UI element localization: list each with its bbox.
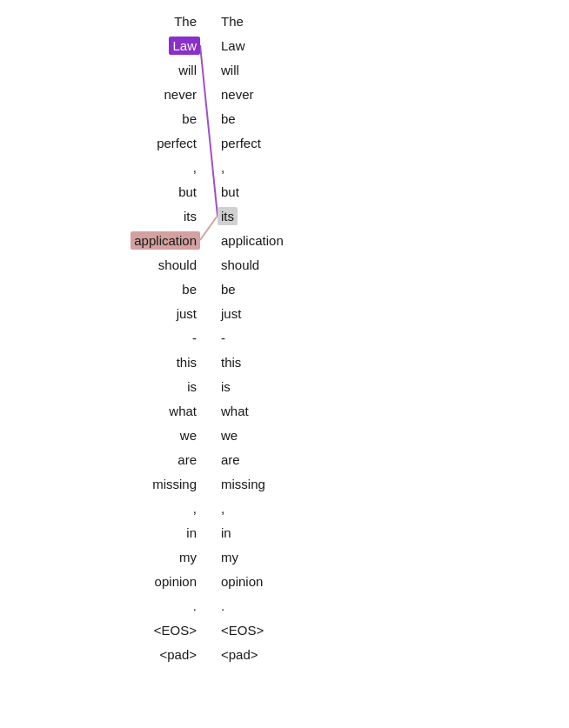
right-column: TheLawwillneverbeperfect,butitsapplicati… (209, 9, 400, 666)
main-container: TheLawwillneverbeperfect,butitsapplicati… (0, 0, 569, 675)
word-row-right: in (218, 520, 400, 544)
word-token-left: be (178, 280, 200, 298)
word-token-right: we (218, 426, 241, 444)
word-row-right: will (218, 57, 400, 82)
word-row-right: its (218, 204, 400, 228)
word-token-left: , (190, 499, 200, 518)
word-row-right: my (218, 544, 400, 569)
word-token-left: application (131, 231, 200, 250)
word-token-right: <EOS> (218, 621, 267, 639)
word-row-left: but (17, 179, 200, 204)
word-row-right: but (218, 179, 400, 204)
word-token-left: we (177, 426, 200, 444)
word-row-right: Law (218, 33, 400, 57)
word-row-left: will (17, 57, 200, 82)
word-token-left: this (173, 353, 200, 371)
word-token-right: missing (218, 475, 269, 493)
word-token-right: but (218, 183, 243, 201)
word-token-right: never (218, 85, 258, 104)
word-row-right: , (218, 496, 400, 520)
word-token-right: . (218, 597, 228, 615)
word-row-right: <EOS> (218, 618, 400, 642)
word-token-left: but (175, 183, 200, 201)
word-row-right: we (218, 423, 400, 447)
word-token-right: - (218, 329, 229, 347)
word-row-left: The (17, 9, 200, 33)
word-token-right: The (218, 12, 247, 30)
word-row-right: never (218, 82, 400, 106)
word-row-left: its (17, 204, 200, 228)
word-token-right: is (218, 377, 234, 396)
word-token-left: its (180, 207, 200, 225)
word-row-right: - (218, 325, 400, 350)
word-token-left: <pad> (156, 645, 200, 664)
word-token-right: its (218, 207, 238, 225)
word-token-left: , (190, 158, 200, 177)
word-row-left: are (17, 447, 200, 471)
word-token-right: perfect (218, 134, 264, 152)
word-token-left: The (171, 12, 200, 30)
word-row-left: we (17, 423, 200, 447)
word-token-right: my (218, 548, 242, 566)
word-row-left: . (17, 593, 200, 618)
word-token-left: missing (149, 475, 200, 493)
word-token-right: , (218, 499, 228, 518)
word-row-right: perfect (218, 130, 400, 155)
word-token-left: perfect (153, 134, 200, 152)
word-token-right: <pad> (218, 645, 262, 664)
word-token-left: - (189, 329, 200, 347)
word-row-left: <pad> (17, 642, 200, 666)
word-row-right: what (218, 398, 400, 423)
word-row-left: this (17, 350, 200, 374)
word-row-left: just (17, 301, 200, 325)
word-token-right: this (218, 353, 244, 371)
word-row-right: application (218, 228, 400, 252)
left-column: TheLawwillneverbeperfect,butitsapplicati… (17, 9, 209, 666)
word-token-right: be (218, 110, 239, 128)
word-token-left: never (160, 85, 200, 104)
word-row-left: opinion (17, 569, 200, 593)
word-token-left: should (155, 256, 200, 274)
word-row-left: application (17, 228, 200, 252)
word-token-right: in (218, 524, 235, 542)
word-token-left: . (190, 597, 200, 615)
word-row-left: , (17, 496, 200, 520)
word-row-left: missing (17, 471, 200, 496)
word-token-left: my (176, 548, 200, 566)
word-token-right: application (218, 231, 287, 250)
word-row-left: Law (17, 33, 200, 57)
word-token-right: will (218, 61, 243, 79)
word-token-left: what (165, 402, 200, 420)
word-row-left: never (17, 82, 200, 106)
word-row-left: <EOS> (17, 618, 200, 642)
word-row-right: <pad> (218, 642, 400, 666)
word-row-right: be (218, 106, 400, 130)
word-token-right: just (218, 304, 244, 323)
word-token-left: will (175, 61, 200, 79)
word-token-left: <EOS> (151, 621, 200, 639)
word-token-left: in (183, 524, 200, 542)
word-token-left: opinion (151, 572, 200, 591)
word-row-right: missing (218, 471, 400, 496)
word-row-left: is (17, 374, 200, 398)
word-row-left: what (17, 398, 200, 423)
word-token-right: what (218, 402, 252, 420)
word-row-left: should (17, 252, 200, 277)
word-row-left: , (17, 155, 200, 179)
word-token-left: Law (169, 37, 200, 55)
word-token-right: , (218, 158, 228, 177)
word-row-right: be (218, 277, 400, 301)
word-token-right: should (218, 256, 263, 274)
word-row-right: just (218, 301, 400, 325)
word-row-right: should (218, 252, 400, 277)
word-token-right: opinion (218, 572, 266, 591)
word-token-left: is (184, 377, 200, 396)
word-row-left: be (17, 277, 200, 301)
word-token-left: are (174, 451, 200, 469)
word-row-right: The (218, 9, 400, 33)
word-token-right: Law (218, 37, 249, 55)
word-token-left: just (173, 304, 200, 323)
word-row-left: in (17, 520, 200, 544)
word-row-right: are (218, 447, 400, 471)
word-row-right: . (218, 593, 400, 618)
